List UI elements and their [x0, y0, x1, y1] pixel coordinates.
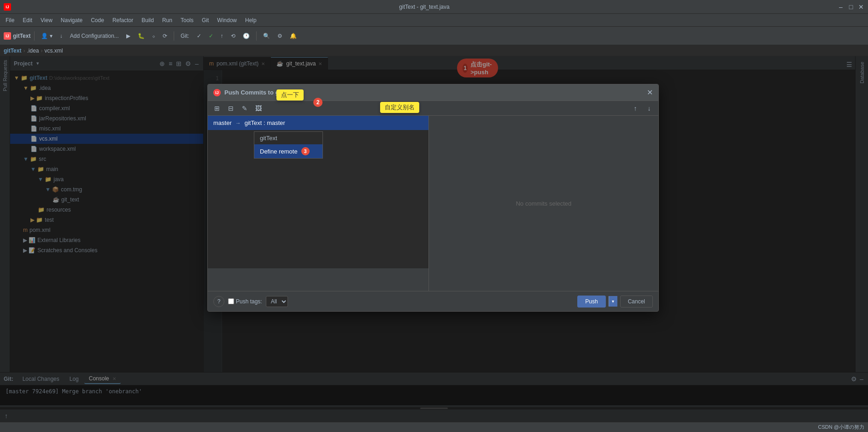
menu-code[interactable]: Code [87, 16, 108, 25]
push-dialog: IJ Push Commits to gitText ✕ ⊞ ⊟ ✎ 🖼 ↑ ↓ [207, 84, 659, 312]
branch-from: master [213, 119, 232, 126]
toolbar-project-name: gitText [13, 33, 30, 39]
dialog-close-button[interactable]: ✕ [647, 88, 653, 97]
title-bar-left: IJ [4, 3, 11, 11]
dialog-toolbar-up[interactable]: ↑ [630, 103, 641, 114]
toolbar-run-btn[interactable]: ▶ [123, 31, 133, 41]
menu-view[interactable]: View [37, 16, 56, 25]
menu-run[interactable]: Run [158, 16, 176, 25]
toolbar-coverage-btn[interactable]: ⬦ [149, 31, 158, 41]
push-tags-select[interactable]: All [266, 296, 288, 307]
breadcrumb-sep-2: › [41, 47, 42, 54]
dropdown-define-remote[interactable]: Define remote 3 [254, 144, 323, 158]
dialog-title: Push Commits to gitText [224, 89, 643, 96]
toolbar-git-check[interactable]: ✓ [194, 31, 204, 41]
menu-git[interactable]: Git [198, 16, 212, 25]
push-button[interactable]: Push [577, 296, 605, 308]
footer-right: Push ▾ Cancel [577, 296, 653, 308]
toolbar-vcs-update[interactable]: ↓ [57, 31, 65, 41]
status-csdn: CSDN @小谭の努力 [818, 424, 864, 431]
minimize-button[interactable]: – [838, 4, 844, 10]
menu-help[interactable]: Help [241, 16, 260, 25]
push-dialog-overlay: IJ Push Commits to gitText ✕ ⊞ ⊟ ✎ 🖼 ↑ ↓ [0, 56, 868, 422]
breadcrumb-gittext[interactable]: gitText [4, 47, 21, 54]
branch-dropdown: gitText Define remote 3 [254, 131, 323, 159]
menu-tools[interactable]: Tools [177, 16, 197, 25]
dialog-right-panel: No commits selected [429, 116, 658, 291]
branch-row[interactable]: master → gitText : master gitText Define… [208, 116, 428, 130]
dialog-toolbar-down[interactable]: ↓ [644, 103, 655, 114]
dialog-title-bar: IJ Push Commits to gitText ✕ [208, 84, 658, 101]
toolbar-notifications[interactable]: 🔔 [287, 31, 299, 41]
menu-file[interactable]: File [2, 16, 18, 25]
restore-button[interactable]: □ [848, 4, 854, 10]
no-commits-label: No commits selected [516, 200, 572, 207]
toolbar-search[interactable]: 🔍 [260, 31, 273, 41]
menu-build[interactable]: Build [138, 16, 158, 25]
toolbar-git-history[interactable]: 🕐 [240, 31, 252, 41]
menu-navigate[interactable]: Navigate [57, 16, 86, 25]
define-remote-label: Define remote [260, 148, 298, 155]
cancel-button[interactable]: Cancel [620, 296, 653, 308]
push-tags-label: Push tags: [236, 298, 262, 305]
toolbar-profile-btn[interactable]: 👤 ▾ [38, 31, 55, 41]
toolbar-settings[interactable]: ⚙ [275, 31, 285, 41]
toolbar-git-label: Git: [178, 31, 192, 41]
dialog-footer: ? Push tags: All Push ▾ Cancel [208, 291, 658, 311]
dialog-title-icon: IJ [213, 89, 221, 96]
main-toolbar: IJ gitText 👤 ▾ ↓ Add Configuration... ▶ … [0, 27, 868, 45]
title-bar: IJ gitText - git_text.java – □ ✕ [0, 0, 868, 14]
branch-to: gitText : master [245, 119, 285, 126]
dropdown-gittext[interactable]: gitText [254, 132, 323, 144]
title-bar-controls: – □ ✕ [838, 4, 864, 10]
branch-arrow-icon: → [235, 120, 241, 126]
menu-window[interactable]: Window [213, 16, 240, 25]
breadcrumb-sep-1: › [23, 47, 25, 54]
dialog-left-panel: master → gitText : master gitText Define… [208, 116, 429, 291]
toolbar-git-rollback[interactable]: ⟲ [228, 31, 238, 41]
breadcrumb-idea[interactable]: .idea [27, 47, 39, 54]
dialog-toolbar-table[interactable]: ⊟ [225, 103, 236, 114]
help-button[interactable]: ? [213, 296, 224, 307]
toolbar-git-check2[interactable]: ✓ [206, 31, 216, 41]
toolbar-profile-run-btn[interactable]: ⟳ [160, 31, 170, 41]
dialog-body: master → gitText : master gitText Define… [208, 116, 658, 291]
push-button-dropdown[interactable]: ▾ [609, 296, 617, 307]
footer-left: ? Push tags: All [213, 296, 288, 307]
toolbar-debug-btn[interactable]: 🐛 [135, 31, 147, 41]
window-title: gitText - git_text.java [399, 4, 449, 10]
app-icon: IJ [4, 3, 11, 11]
close-button[interactable]: ✕ [858, 4, 864, 10]
toolbar-sep-1 [34, 31, 35, 41]
add-config-button[interactable]: Add Configuration... [67, 31, 122, 41]
toolbar-sep-2 [174, 31, 174, 41]
dialog-toolbar-image[interactable]: 🖼 [253, 103, 264, 114]
breadcrumb-vcs[interactable]: vcs.xml [44, 47, 63, 54]
menu-refactor[interactable]: Refactor [109, 16, 137, 25]
dialog-toolbar: ⊞ ⊟ ✎ 🖼 ↑ ↓ [208, 101, 658, 116]
menu-bar: File Edit View Navigate Code Refactor Bu… [0, 14, 868, 27]
breadcrumb: gitText › .idea › vcs.xml [0, 45, 868, 56]
dialog-toolbar-grid[interactable]: ⊞ [211, 103, 223, 114]
toolbar-git-push[interactable]: ↑ [218, 31, 226, 41]
badge-3: 3 [301, 147, 310, 155]
menu-edit[interactable]: Edit [19, 16, 36, 25]
status-right: CSDN @小谭の努力 [818, 424, 864, 431]
toolbar-app-icon: IJ [4, 32, 11, 40]
toolbar-sep-3 [256, 31, 257, 41]
push-tags-checkbox[interactable] [228, 298, 234, 304]
status-bar: CSDN @小谭の努力 [0, 422, 868, 432]
dialog-toolbar-edit[interactable]: ✎ [239, 103, 250, 114]
push-tags-checkbox-label[interactable]: Push tags: [228, 298, 262, 305]
